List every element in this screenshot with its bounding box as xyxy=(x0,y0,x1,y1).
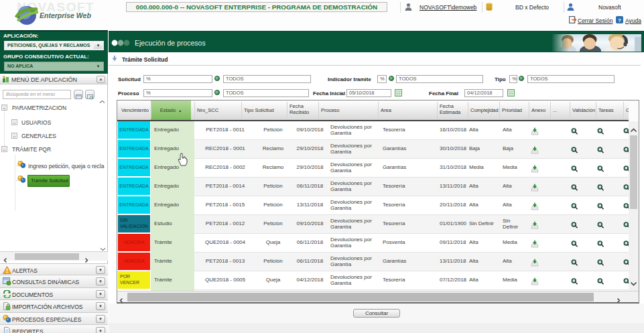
svg-text:?: ? xyxy=(618,17,621,23)
